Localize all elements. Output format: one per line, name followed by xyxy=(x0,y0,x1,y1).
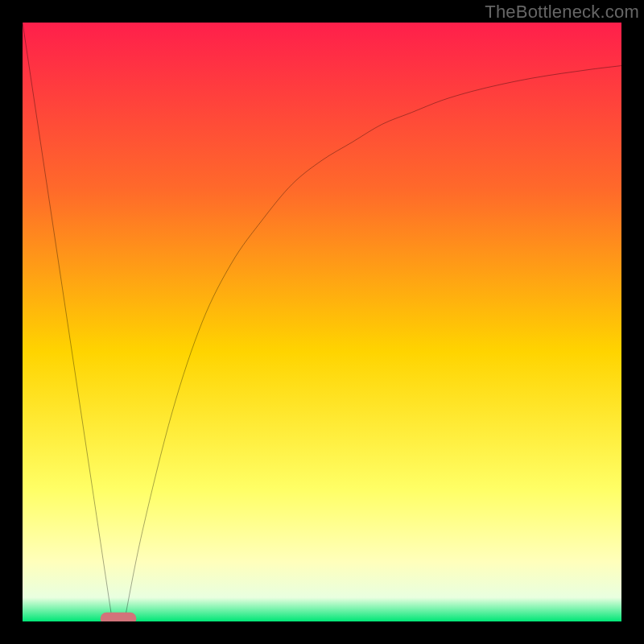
watermark-text: TheBottleneck.com xyxy=(485,2,639,23)
chart-svg xyxy=(23,23,621,621)
plot-area xyxy=(23,23,621,621)
background-gradient xyxy=(23,23,621,621)
bottleneck-marker xyxy=(101,613,137,621)
chart-frame: TheBottleneck.com xyxy=(0,0,644,644)
